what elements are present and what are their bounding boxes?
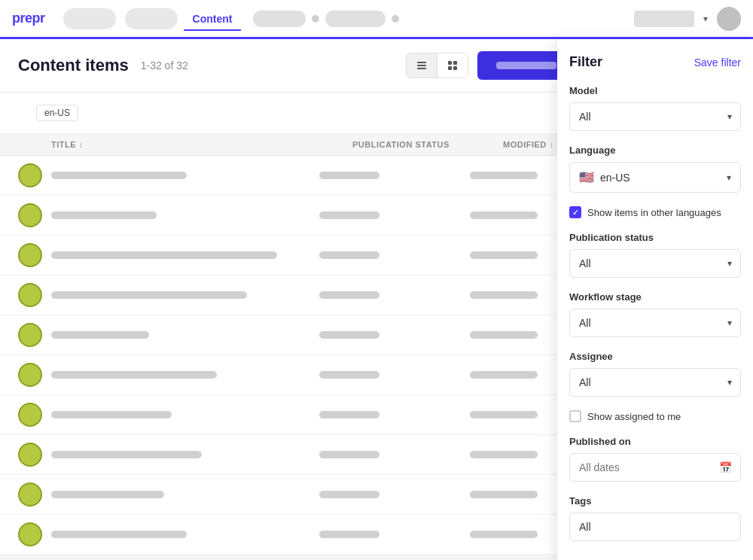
show-other-languages-checkbox[interactable]: ✓	[569, 206, 581, 218]
filter-language-select[interactable]: 🇺🇸 en-US ▾	[569, 162, 741, 193]
filter-tags-label: Tags	[569, 495, 741, 507]
col-header-title[interactable]: TITLE ↕	[51, 140, 352, 149]
row-pub-bar	[319, 251, 380, 259]
row-mod-bar	[470, 451, 538, 458]
filter-model-select[interactable]: All	[569, 102, 741, 131]
row-icon	[18, 443, 42, 467]
filter-workflow-select[interactable]: All	[569, 309, 741, 337]
nav-tab-content[interactable]: Content	[184, 8, 242, 31]
row-mod-bar	[470, 251, 538, 259]
row-mod-bar	[470, 331, 538, 339]
filter-publication-select[interactable]: All	[569, 249, 741, 278]
row-title-bar	[51, 371, 217, 379]
row-title-area	[51, 291, 319, 299]
filter-model-section: Model All ▾	[569, 85, 741, 131]
nav-pill-sm-2	[325, 11, 386, 27]
filter-language-section: Language 🇺🇸 en-US ▾	[569, 145, 741, 193]
nav-pill-1	[63, 8, 116, 29]
row-pub-area	[319, 331, 470, 339]
filter-model-wrapper: All ▾	[569, 102, 741, 131]
row-title-bar	[51, 411, 172, 418]
row-icon	[18, 283, 42, 307]
nav-pills-group	[253, 11, 399, 27]
filter-assignee-select[interactable]: All	[569, 368, 741, 397]
row-mod-bar	[470, 172, 538, 179]
count-badge: 1-32 of 32	[141, 59, 188, 72]
filter-published-section: Published on 📅	[569, 436, 741, 482]
page-title: Content items	[18, 56, 129, 75]
show-assigned-row[interactable]: Show assigned to me	[569, 410, 741, 422]
filter-tags-input[interactable]	[569, 513, 741, 541]
filter-panel: Filter Save filter Model All ▾ Language …	[557, 39, 753, 560]
row-icon	[18, 482, 42, 507]
filter-title: Filter	[569, 54, 602, 70]
row-pub-area	[319, 531, 470, 538]
row-icon	[18, 323, 42, 347]
filter-assignee-section: Assignee All ▾	[569, 351, 741, 397]
row-pub-area	[319, 251, 470, 259]
filter-header: Filter Save filter	[569, 54, 741, 70]
row-title-bar	[51, 531, 187, 538]
row-pub-area	[319, 451, 470, 458]
save-filter-link[interactable]: Save filter	[694, 56, 741, 68]
modified-sort-icon: ↕	[550, 141, 554, 149]
filter-extra-row	[569, 555, 741, 560]
nav-right-area: ▾	[634, 7, 741, 31]
filter-assignee-wrapper: All ▾	[569, 368, 741, 397]
filter-published-label: Published on	[569, 436, 741, 447]
filter-tags-section: Tags	[569, 495, 741, 541]
nav-dot-1	[312, 15, 319, 23]
svg-rect-5	[448, 66, 452, 70]
row-pub-area	[319, 172, 470, 179]
row-title-area	[51, 251, 319, 259]
filter-language-label: Language	[569, 145, 741, 156]
row-pub-area	[319, 291, 470, 299]
row-pub-bar	[319, 491, 380, 498]
filter-publication-label: Publication status	[569, 232, 741, 243]
row-title-area	[51, 212, 319, 219]
row-title-area	[51, 531, 319, 538]
svg-rect-1	[417, 65, 426, 66]
language-value-text: en-US	[600, 172, 721, 184]
list-view-button[interactable]	[407, 53, 437, 78]
svg-rect-0	[417, 62, 426, 63]
calendar-icon[interactable]: 📅	[719, 461, 732, 473]
nav-pill-2	[125, 8, 178, 29]
row-pub-bar	[319, 531, 380, 538]
row-mod-bar	[470, 411, 538, 418]
row-icon	[18, 163, 42, 187]
row-icon	[18, 363, 42, 387]
row-title-bar	[51, 212, 157, 219]
filter-publication-wrapper: All ▾	[569, 249, 741, 278]
row-title-area	[51, 371, 319, 379]
filter-model-label: Model	[569, 85, 741, 96]
grid-view-button[interactable]	[437, 53, 468, 78]
svg-rect-2	[417, 68, 426, 69]
nav-chevron-icon: ▾	[703, 14, 708, 24]
top-navigation: prepr Content ▾	[0, 0, 753, 39]
filter-workflow-wrapper: All ▾	[569, 309, 741, 337]
filter-language-wrapper: 🇺🇸 en-US ▾	[569, 162, 741, 193]
row-mod-bar	[470, 212, 538, 219]
row-pub-area	[319, 491, 470, 498]
show-assigned-checkbox[interactable]	[569, 410, 581, 422]
avatar[interactable]	[717, 7, 741, 31]
row-title-area	[51, 331, 319, 339]
svg-rect-4	[453, 61, 457, 65]
row-title-bar	[51, 172, 187, 179]
nav-right-bar	[634, 11, 694, 27]
filter-published-input[interactable]	[569, 453, 741, 482]
row-pub-bar	[319, 291, 380, 299]
row-icon	[18, 403, 42, 427]
app-logo: prepr	[12, 11, 45, 26]
row-title-area	[51, 451, 319, 458]
row-icon	[18, 243, 42, 267]
row-mod-bar	[470, 491, 538, 498]
filter-publication-section: Publication status All ▾	[569, 232, 741, 278]
row-mod-bar	[470, 291, 538, 299]
nav-pill-sm-1	[253, 11, 306, 27]
col-header-modified[interactable]: MODIFIED ↕	[503, 140, 553, 149]
show-other-languages-row[interactable]: ✓ Show items in other languages	[569, 206, 741, 218]
row-title-bar	[51, 451, 202, 458]
col-header-publication[interactable]: PUBLICATION STATUS	[352, 140, 503, 149]
